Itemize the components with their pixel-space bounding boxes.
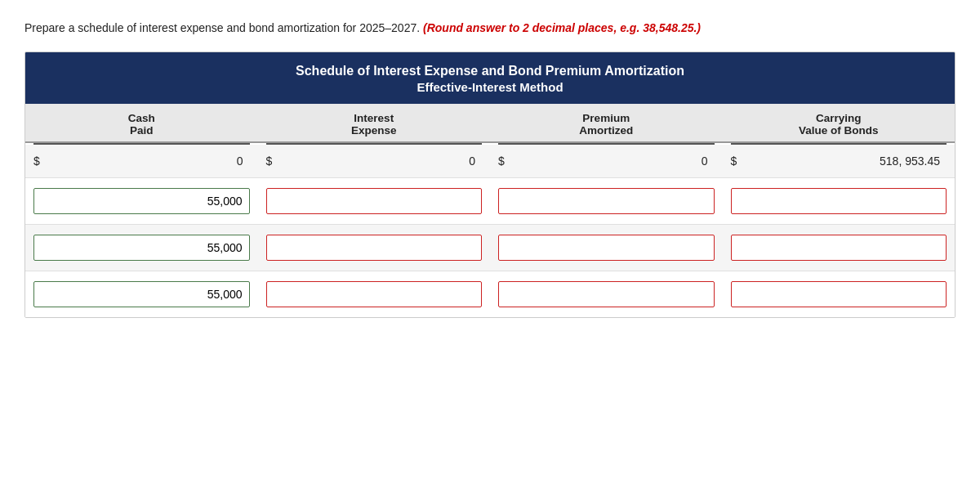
table-row: $ 0 $ 0 $ 0 $ 518, 953.45 [25, 145, 955, 178]
row3-col1 [258, 278, 491, 311]
row3-col0 [25, 278, 258, 311]
col-header-3: Carrying Value of Bonds [723, 104, 956, 141]
static-value: 0 [511, 154, 715, 168]
row0-col1: $ 0 [258, 151, 491, 171]
col-header-0: Cash Paid [25, 104, 258, 141]
cash-paid-input-row2[interactable] [33, 235, 250, 261]
table-row [25, 178, 955, 225]
premium-amortized-input-row3[interactable] [498, 281, 715, 307]
row2-col1 [258, 231, 491, 264]
row0-col0: $ 0 [25, 151, 258, 171]
col-header-1: Interest Expense [258, 104, 491, 141]
table-title-line1: Schedule of Interest Expense and Bond Pr… [33, 64, 947, 78]
row3-col3 [723, 278, 956, 311]
row2-col3 [723, 231, 956, 264]
row1-col3 [723, 185, 956, 217]
interest-expense-input-row2[interactable] [266, 235, 483, 261]
dollar-sign: $ [498, 154, 506, 168]
premium-amortized-input-row1[interactable] [498, 188, 715, 214]
table-title-line2: Effective-Interest Method [33, 80, 947, 94]
carrying-value-input-row2[interactable] [731, 235, 947, 261]
carrying-value-input-row3[interactable] [731, 281, 947, 307]
premium-amortized-input-row2[interactable] [498, 235, 715, 261]
row1-col0 [25, 185, 258, 217]
cash-paid-input-row1[interactable] [33, 188, 250, 214]
carrying-value: 518, 953.45 [744, 154, 947, 168]
dollar-sign: $ [731, 154, 739, 168]
instructions-block: Prepare a schedule of interest expense a… [24, 20, 956, 37]
table-header: Schedule of Interest Expense and Bond Pr… [25, 52, 955, 104]
table-row [25, 225, 955, 271]
col-header-2: Premium Amortized [490, 104, 723, 141]
row0-col3: $ 518, 953.45 [723, 151, 956, 171]
interest-expense-input-row1[interactable] [266, 188, 483, 214]
dollar-sign: $ [33, 154, 42, 168]
instruction-text: Prepare a schedule of interest expense a… [24, 21, 420, 34]
row1-col2 [490, 185, 723, 217]
column-headers: Cash Paid Interest Expense Premium Amort… [25, 104, 955, 143]
row2-col2 [490, 231, 723, 264]
row3-col2 [490, 278, 723, 311]
instruction-highlight: (Round answer to 2 decimal places, e.g. … [423, 21, 701, 34]
row2-col0 [25, 231, 258, 264]
dollar-sign: $ [266, 154, 274, 168]
carrying-value-input-row1[interactable] [731, 188, 947, 214]
amortization-table: Schedule of Interest Expense and Bond Pr… [24, 51, 956, 318]
static-value: 0 [47, 154, 250, 168]
table-row [25, 271, 955, 317]
row1-col1 [258, 185, 491, 217]
static-value: 0 [279, 154, 483, 168]
interest-expense-input-row3[interactable] [266, 281, 483, 307]
cash-paid-input-row3[interactable] [33, 281, 250, 307]
row0-col2: $ 0 [490, 151, 723, 171]
